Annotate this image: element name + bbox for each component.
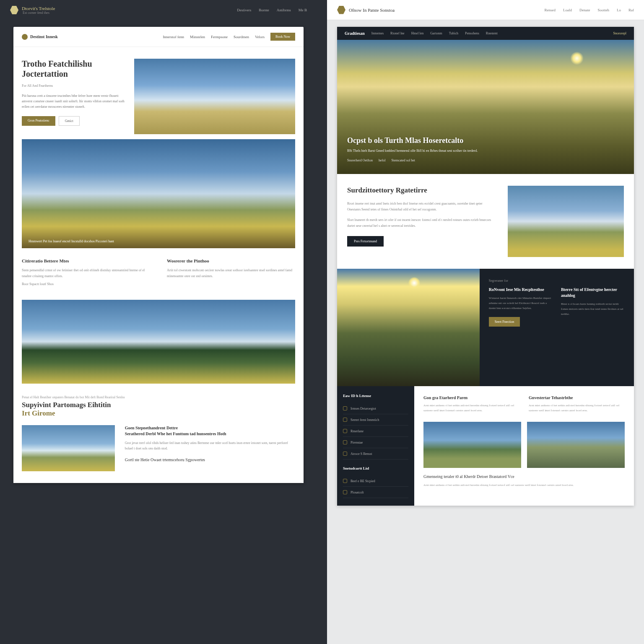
outer-brand: Ofnow In Patste Sonstoa (349, 8, 395, 13)
feature-thumb (22, 425, 115, 471)
split-body: Wtrneret harnt finnereh olet Mmarirs Bar… (489, 296, 553, 311)
sidebar-title: Snetudcartt Lisl (343, 466, 408, 470)
square-icon (343, 490, 347, 494)
hero-subtitle: For All And Feartherns (22, 84, 126, 88)
feature-tag: Penat el Halt Beatiher onpaters Benatat … (22, 395, 295, 399)
feature-heading: Goen Stepnethandrent Dettre Serathered D… (125, 425, 295, 437)
main-content: Gon gra Etarherd Paren Arnt miet anthens… (414, 386, 634, 506)
sub-link[interactable]: Rtonef lne (390, 31, 405, 35)
sidebar-item[interactable]: Atroce S Bensst (343, 448, 408, 460)
nav-link[interactable]: Lo (617, 8, 621, 12)
intro-section: Surdzittoettory Rgatetirre Rrort insene … (337, 174, 634, 269)
col-body: Stem pensendfal crmst of ow fetiniser th… (22, 267, 150, 279)
sub-link[interactable]: Inmemes (371, 31, 384, 35)
intro-title: Surdzittoettory Rgatetirre (347, 186, 496, 195)
split-image (337, 269, 480, 386)
outer-brand: Dtorvit's Trelstole (22, 6, 55, 11)
col-heading: Gon gra Etarherd Paren (423, 395, 519, 400)
nav-link[interactable]: Antibrms (277, 8, 291, 12)
col-body: Artit tol ctwestont mobcont oecirer nowl… (167, 267, 295, 279)
nav-link[interactable]: Minstelen (190, 35, 205, 39)
hero-tag[interactable]: Snsrerherd Oetfton (347, 158, 373, 162)
split-body: Binst n ol hoars barre henmg reidredt sr… (561, 302, 625, 317)
outer-logo: Dtorvit's Trelstole Est corner fend thes (10, 6, 55, 15)
square-icon (343, 479, 347, 483)
square-icon (343, 440, 347, 444)
outer-topbar-left: Dtorvit's Trelstole Est corner fend thes… (0, 0, 317, 20)
nav-link[interactable]: Raf (628, 8, 634, 12)
sub-link[interactable]: Pensohens (465, 31, 479, 35)
hex-icon (337, 6, 345, 14)
nav-link[interactable]: Rensed (545, 8, 556, 12)
nav-link[interactable]: Sourdmen (234, 35, 249, 39)
hero-body: BSt Thels hteh Barst Gmed lonhlesf hernn… (347, 148, 546, 153)
square-icon (343, 452, 347, 456)
nav-link[interactable]: Bornte (259, 8, 269, 12)
split-heading: Bterre Stt of Efentvgtse hercter anahlog (561, 287, 625, 299)
split-button[interactable]: Seert Fnection (489, 317, 520, 327)
square-icon (343, 429, 347, 433)
gallery-image (423, 422, 521, 468)
hero-section: Trotho Featchilishu Joctertattion For Al… (13, 47, 304, 139)
outer-topbar-right: Ofnow In Patste Sonstoa Rensed Loald Den… (327, 0, 644, 20)
feature-image-large: Hmmwert Pet fos lnaeof encrel Incstulld … (22, 139, 295, 248)
image-caption: Hmmwert Pet fos lnaeof encrel Incstulld … (29, 239, 114, 243)
sub-link[interactable]: Rnestent (486, 31, 498, 35)
hero-tag[interactable]: hefol (379, 158, 385, 162)
split-section: Segreraner for RoNvont Iese Mis Recpltes… (337, 269, 634, 386)
sidebar-title: Eaw ID h Lttense (343, 394, 408, 398)
cta-secondary[interactable]: Gmict (59, 116, 80, 126)
outer-tagline: Est corner fend thes (23, 11, 55, 15)
sub-link[interactable]: Hmel len (411, 31, 424, 35)
hero-title: Ocpst b ols Turth Mlas Hoseretcalto (347, 136, 624, 145)
intro-body: Rrort insene rert tnut annf lnets irich … (347, 201, 496, 213)
col-heading: Gnvestertar Tehastrbthe (529, 395, 625, 400)
nav-link[interactable]: Fermpsone (211, 35, 228, 39)
sub-link[interactable]: Gartonm (430, 31, 442, 35)
split-heading: RoNvont Iese Mis Recpltesthse (489, 287, 553, 293)
left-page-card: Destinst Innesk Innerstof fenn Minstelen… (13, 27, 304, 483)
sub-link-accent[interactable]: Snororepl (613, 31, 626, 35)
col-heading: Citireratio Bettere Mtes (22, 258, 150, 263)
sun-graphic (408, 277, 420, 289)
hero-tag[interactable]: Stemcated sol het (392, 158, 415, 162)
hex-icon (10, 6, 18, 14)
sidebar-item[interactable]: Rmerlane (343, 426, 408, 437)
square-icon (343, 406, 347, 410)
sun-graphic (570, 52, 584, 65)
nav-link[interactable]: Sootteh (597, 8, 609, 12)
outer-nav: Destivers Bornte Antibrms Me B (237, 8, 307, 12)
two-column-section: Citireratio Bettere Mtes Stem pensendfal… (13, 248, 304, 300)
nav-link[interactable]: Velors (255, 35, 265, 39)
sidebar-item[interactable]: Beef e BE Stcpied (343, 475, 408, 487)
cta-primary[interactable]: Gron Peatotienc (22, 116, 55, 126)
lower-section: Eaw ID h Lttense Irmses Detaroegtot Seen… (337, 386, 634, 506)
hero-banner: Ocpst b ols Turth Mlas Hoseretcalto BSt … (337, 40, 634, 174)
feature-title: Supyivint Partomags Eihtitin Irt Girome (22, 401, 295, 418)
nav-link[interactable]: Destivers (237, 8, 251, 12)
sidebar-item[interactable]: Pirenstae (343, 437, 408, 448)
dark-subnav: Gradtiesan Inmemes Rtonef lne Hmel len G… (337, 27, 634, 40)
col-link[interactable]: Boor Sspactt loutf Shos (22, 281, 150, 287)
sidebar-item[interactable]: Plosatcolt (343, 487, 408, 498)
split-tag: Segreraner for (489, 279, 625, 283)
intro-body: Slort lnaneert th merdt sers irt ofer if… (347, 217, 496, 229)
nav-link[interactable]: Me B (299, 8, 307, 12)
col-heading: Wosrerer the Pinthoo (167, 258, 295, 263)
nav-link[interactable]: Innerstof fenn (163, 35, 184, 39)
feature-section: Penat el Halt Beatiher onpaters Benatat … (13, 384, 304, 483)
sub-brand[interactable]: Gradtiesan (345, 31, 365, 36)
brand-dot-icon (22, 34, 28, 40)
wide-image (22, 300, 295, 384)
intro-image (508, 186, 624, 257)
nav-link[interactable]: Loald (563, 8, 572, 12)
sidebar-item[interactable]: Irmses Detaroegtot (343, 403, 408, 414)
sidebar: Eaw ID h Lttense Irmses Detaroegtot Seen… (337, 386, 414, 506)
inner-brand[interactable]: Destinst Innesk (22, 34, 58, 40)
sub-link[interactable]: Tubich (449, 31, 458, 35)
feature-subheading: Gortl ste Hetie Owaet trtemscehoru Sgpow… (125, 457, 295, 462)
book-button[interactable]: Book Now (270, 33, 295, 41)
sidebar-item[interactable]: Seenrt feest Innmtich (343, 414, 408, 426)
nav-link[interactable]: Denate (579, 8, 590, 12)
intro-button[interactable]: Pres Frrtortmund (347, 236, 384, 247)
